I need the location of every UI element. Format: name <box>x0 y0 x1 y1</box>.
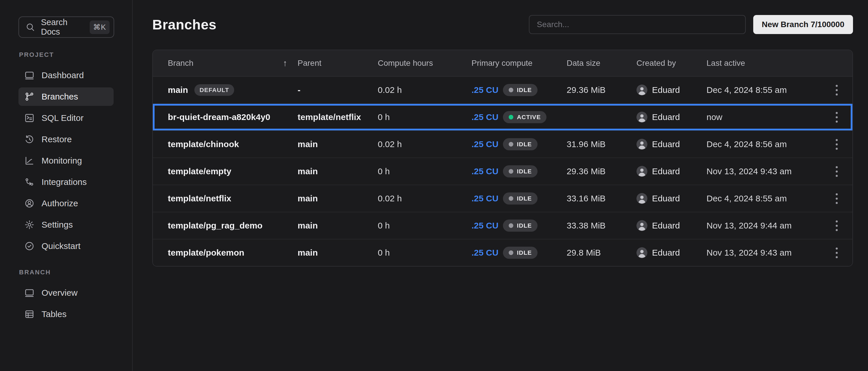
sidebar-item-label: Integrations <box>41 177 87 187</box>
created-by-name: Eduard <box>652 112 680 122</box>
col-data-size[interactable]: Data size <box>567 59 637 68</box>
status-badge: ACTIVE <box>503 111 547 123</box>
row-menu-button[interactable] <box>829 136 844 152</box>
sidebar-item-label: Quickstart <box>41 241 81 251</box>
branch-search-input[interactable] <box>529 15 746 34</box>
sidebar-item-restore[interactable]: Restore <box>19 130 114 149</box>
compute-hours: 0.02 h <box>378 193 471 204</box>
table-row[interactable]: template/pokemon main 0 h .25 CU IDLE 29… <box>153 239 852 266</box>
created-by-name: Eduard <box>652 193 680 204</box>
row-menu-button[interactable] <box>829 109 844 125</box>
search-icon <box>25 22 35 32</box>
row-menu-button[interactable] <box>829 163 844 179</box>
compute-hours: 0.02 h <box>378 85 471 95</box>
table-row[interactable]: template/empty main 0 h .25 CU IDLE 29.3… <box>153 157 852 185</box>
quickstart-icon <box>24 241 35 251</box>
sort-asc-icon[interactable]: ↑ <box>283 58 287 68</box>
branch-name: main <box>168 85 188 95</box>
sidebar-item-label: Monitoring <box>41 156 82 165</box>
branch-name: template/pg_rag_demo <box>168 221 262 230</box>
monitoring-icon <box>24 155 35 166</box>
sidebar-item-overview[interactable]: Overview <box>19 284 114 302</box>
table-row[interactable]: main DEFAULT - 0.02 h .25 CU IDLE 29.36 … <box>153 76 852 103</box>
status-dot-icon <box>509 223 513 228</box>
sidebar-item-quickstart[interactable]: Quickstart <box>19 237 114 255</box>
sidebar-item-sql-editor[interactable]: SQL Editor <box>19 109 114 127</box>
data-size: 31.96 MiB <box>567 140 637 149</box>
avatar <box>637 247 647 258</box>
table-row[interactable]: template/netflix main 0.02 h .25 CU IDLE… <box>153 185 852 212</box>
table-row[interactable]: template/chinook main 0.02 h .25 CU IDLE… <box>153 130 852 157</box>
sidebar-item-label: Settings <box>41 220 73 229</box>
sidebar-item-integrations[interactable]: Integrations <box>19 173 114 191</box>
col-compute-hours[interactable]: Compute hours <box>378 59 471 68</box>
sidebar-item-label: Branches <box>41 92 78 101</box>
col-created-by[interactable]: Created by <box>637 59 707 68</box>
compute-units: .25 CU <box>471 221 498 230</box>
sidebar-item-tables[interactable]: Tables <box>19 305 114 323</box>
parent-branch: main <box>298 166 378 176</box>
branch-name: template/netflix <box>168 193 231 204</box>
data-size: 29.36 MiB <box>567 166 637 176</box>
status-dot-icon <box>509 169 513 174</box>
status-badge: IDLE <box>503 192 537 205</box>
sidebar-item-dashboard[interactable]: Dashboard <box>19 66 114 85</box>
search-docs-button[interactable]: Search Docs ⌘K <box>19 17 114 38</box>
avatar <box>637 85 647 95</box>
data-size: 29.8 MiB <box>567 248 637 258</box>
compute-hours: 0 h <box>378 166 471 176</box>
sidebar-item-label: Tables <box>41 309 67 319</box>
parent-branch: template/netflix <box>298 112 378 122</box>
created-by-name: Eduard <box>652 248 680 258</box>
col-primary-compute[interactable]: Primary compute <box>471 59 567 68</box>
col-parent[interactable]: Parent <box>298 59 378 68</box>
status-dot-icon <box>509 196 513 201</box>
sidebar-item-settings[interactable]: Settings <box>19 216 114 234</box>
sidebar-section: BRANCH Overview Tables <box>19 269 114 323</box>
row-menu-button[interactable] <box>829 218 844 234</box>
parent-branch: - <box>298 85 378 95</box>
sidebar-item-label: SQL Editor <box>41 113 84 123</box>
settings-icon <box>24 220 35 230</box>
col-branch[interactable]: Branch ↑ <box>153 58 298 68</box>
created-by-name: Eduard <box>652 85 680 95</box>
table-row[interactable]: br-quiet-dream-a820k4y0 template/netflix… <box>153 103 852 130</box>
row-menu-button[interactable] <box>829 191 844 206</box>
page-header: Branches New Branch 7/100000 <box>152 15 853 34</box>
dashboard-icon <box>24 70 35 81</box>
data-size: 33.16 MiB <box>567 193 637 204</box>
compute-units: .25 CU <box>471 85 498 95</box>
sidebar-item-monitoring[interactable]: Monitoring <box>19 151 114 170</box>
status-dot-icon <box>509 142 513 147</box>
parent-branch: main <box>298 248 378 258</box>
row-menu-button[interactable] <box>829 82 844 98</box>
sidebar-item-authorize[interactable]: Authorize <box>19 194 114 213</box>
avatar <box>637 193 647 204</box>
status-dot-icon <box>509 250 513 255</box>
parent-branch: main <box>298 140 378 149</box>
created-by-name: Eduard <box>652 221 680 230</box>
status-dot-icon <box>509 88 513 92</box>
sidebar-section-label: PROJECT <box>19 51 114 59</box>
last-active: now <box>707 112 824 122</box>
overview-icon <box>24 288 35 298</box>
last-active: Nov 13, 2024 9:43 am <box>707 248 824 258</box>
compute-units: .25 CU <box>471 166 498 176</box>
page-title: Branches <box>152 17 217 33</box>
table-row[interactable]: template/pg_rag_demo main 0 h .25 CU IDL… <box>153 212 852 239</box>
avatar <box>637 220 647 231</box>
compute-hours: 0 h <box>378 112 471 122</box>
sidebar-item-branches[interactable]: Branches <box>19 87 114 106</box>
sidebar-item-label: Overview <box>41 288 78 298</box>
search-docs-label: Search Docs <box>41 18 84 37</box>
compute-units: .25 CU <box>471 112 498 122</box>
col-last-active[interactable]: Last active <box>707 59 824 68</box>
new-branch-button[interactable]: New Branch 7/100000 <box>753 15 853 34</box>
status-dot-icon <box>509 115 513 119</box>
status-badge: IDLE <box>503 247 537 259</box>
parent-branch: main <box>298 221 378 230</box>
data-size: 29.36 MiB <box>567 85 637 95</box>
row-menu-button[interactable] <box>829 245 844 260</box>
main-content: Branches New Branch 7/100000 Branch ↑ Pa… <box>133 0 868 371</box>
compute-hours: 0 h <box>378 221 471 230</box>
